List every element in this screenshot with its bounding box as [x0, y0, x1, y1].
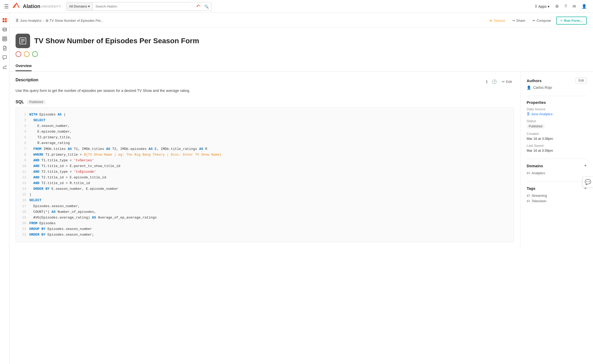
tabs: Overview — [9, 61, 593, 71]
top-bar: 🗄 Juno Analytics / ⊞ TV Show Number of E… — [9, 13, 593, 27]
sql-code-block: 1 WITH Episodes AS ( 2 SELECT 3 E.season… — [16, 107, 514, 242]
chat-icon: 💬 — [585, 179, 591, 185]
logo-text: Alation — [23, 3, 40, 9]
share-button[interactable]: ↪ Share — [510, 18, 527, 24]
domain-select[interactable]: All Domains ▾ — [67, 2, 93, 11]
sql-label: SQL — [16, 100, 24, 104]
search-input-wrap: 🔍 — [93, 4, 211, 9]
sidebar-item-grid[interactable] — [1, 35, 9, 43]
help-icon[interactable]: ? — [562, 3, 569, 10]
created-label: Created — [527, 132, 587, 136]
user-avatar[interactable]: 👤 — [580, 2, 589, 10]
last-saved-value: Mar 16 at 3:39pm — [527, 149, 587, 152]
divider-3 — [527, 181, 587, 181]
created-value: Mar 16 at 3:38pm — [527, 137, 587, 141]
published-badge: Published — [27, 100, 46, 104]
info-icon[interactable]: ℹ — [485, 78, 489, 85]
starred-button[interactable]: ★ Starred — [487, 18, 507, 24]
code-line-1: 1 WITH Episodes AS ( — [20, 112, 510, 118]
chevron-down-icon: ▾ — [88, 4, 90, 8]
data-source-link[interactable]: 🗄 Juno Analytics — [527, 112, 587, 116]
share-icon: ↪ — [512, 19, 515, 23]
code-line-6: 6 R.average_rating — [20, 140, 510, 146]
code-line-12: 12 AND T2.title_id = E.episode_title_id — [20, 175, 510, 180]
run-form-icon: ≡ — [560, 19, 562, 23]
circle-yellow[interactable] — [24, 51, 30, 57]
search-logo-icon — [196, 4, 202, 9]
tab-overview[interactable]: Overview — [16, 61, 32, 71]
apps-chevron-icon: ▾ — [548, 4, 549, 9]
divider-1 — [527, 96, 587, 96]
code-line-3: 3 E.season_number, — [20, 123, 510, 129]
code-line-7: 7 FROM IMDb.titles AS T1, IMDb.titles AS… — [20, 146, 510, 152]
history-icon[interactable]: 🕐 — [491, 78, 498, 85]
status-value: Published — [527, 124, 587, 129]
breadcrumb-parent: Juno Analytics — [20, 19, 41, 23]
svg-rect-5 — [3, 37, 7, 41]
breadcrumb-current: ⊞ TV Show Number of Episodes Per... — [46, 19, 103, 23]
compose-icon: ✏ — [533, 19, 535, 23]
top-nav: ☰ Alation UNIVERSITY All Domains ▾ 🔍 — [0, 0, 593, 13]
compose-button[interactable]: ✏ Compose — [531, 18, 553, 24]
circle-green[interactable] — [32, 51, 38, 57]
author-name: Carlos Rojo — [533, 85, 552, 90]
chat-bubble[interactable]: 💬 — [583, 176, 593, 188]
left-sidebar — [0, 13, 9, 364]
main-content-area: 🗄 Juno Analytics / ⊞ TV Show Number of E… — [9, 13, 593, 364]
sidebar-item-catalog[interactable] — [1, 16, 9, 24]
svg-rect-1 — [5, 18, 7, 20]
data-source-label: Data Source — [527, 107, 587, 111]
description-actions: ℹ 🕐 ✏ Edit — [485, 78, 514, 85]
run-form-button[interactable]: ≡ Run Form... — [556, 17, 587, 25]
sidebar-item-analytics[interactable] — [1, 63, 9, 71]
circle-red[interactable] — [16, 51, 21, 57]
right-panel: Authors Edit 👤 Carlos Rojo Properties Da… — [520, 71, 593, 248]
sidebar-item-docs[interactable] — [1, 44, 9, 52]
breadcrumb-parent-link[interactable]: 🗄 Juno Analytics — [16, 19, 41, 23]
properties-section: Properties Data Source 🗄 Juno Analytics … — [527, 100, 587, 152]
sidebar-item-data[interactable] — [1, 25, 9, 34]
code-line-5: 5 T2.primary_title, — [20, 135, 510, 140]
hamburger-icon[interactable]: ☰ — [4, 3, 9, 10]
top-actions: ★ Starred ↪ Share ✏ Compose ≡ Run Form..… — [487, 17, 587, 25]
description-edit-button[interactable]: ✏ Edit — [500, 79, 514, 85]
domains-add-button[interactable]: + — [584, 163, 587, 169]
code-line-18: 18 COUNT(*) AS Number_of_episodes, — [20, 209, 510, 215]
properties-title: Properties — [527, 100, 546, 105]
domains-section: Domains + 🏷 Analytics — [527, 163, 587, 175]
code-line-8: 8 WHERE T1.primary_title = ${TV Show Nam… — [20, 152, 510, 158]
person-icon: 👤 — [527, 85, 531, 90]
breadcrumb: 🗄 Juno Analytics / ⊞ TV Show Number of E… — [16, 19, 103, 23]
code-line-16: 16 SELECT — [20, 198, 510, 203]
svg-point-4 — [3, 28, 6, 29]
data-source-value: 🗄 Juno Analytics — [527, 112, 587, 116]
authors-edit-button[interactable]: Edit — [576, 78, 587, 83]
tag-icon-television: 🏷 — [527, 199, 530, 203]
breadcrumb-separator: / — [43, 19, 44, 23]
logo: Alation UNIVERSITY — [12, 2, 61, 11]
properties-header: Properties — [527, 100, 587, 105]
page-title: TV Show Number of Episodes Per Season Fo… — [34, 37, 199, 45]
code-line-15: 15 ) — [20, 192, 510, 198]
form-icon-small: ⊞ — [46, 19, 48, 23]
color-circles — [9, 51, 593, 61]
settings-icon[interactable]: ⚙ — [553, 2, 561, 10]
apps-button[interactable]: ⠿ Apps ▾ — [533, 3, 552, 10]
tag-item-television: 🏷 Television — [527, 199, 587, 203]
status-label: Status — [527, 119, 587, 123]
notifications-icon[interactable]: ✉ — [570, 2, 578, 10]
author-item: 👤 Carlos Rojo — [527, 85, 587, 90]
search-input[interactable] — [95, 4, 194, 8]
search-bar: All Domains ▾ 🔍 — [66, 2, 211, 11]
db-link-icon: 🗄 — [527, 112, 530, 116]
domains-header: Domains + — [527, 163, 587, 169]
tags-title: Tags — [527, 186, 535, 191]
svg-rect-2 — [3, 20, 4, 22]
sidebar-item-conversations[interactable] — [1, 53, 9, 62]
authors-header: Authors Edit — [527, 78, 587, 83]
domain-item: 🏷 Analytics — [527, 171, 587, 175]
last-saved-label: Last Saved — [527, 144, 587, 148]
logo-icon — [12, 2, 21, 11]
tag-value-streaming: Streaming — [532, 194, 547, 198]
code-line-21: 21 GROUP BY Episodes.season_number — [20, 226, 510, 232]
